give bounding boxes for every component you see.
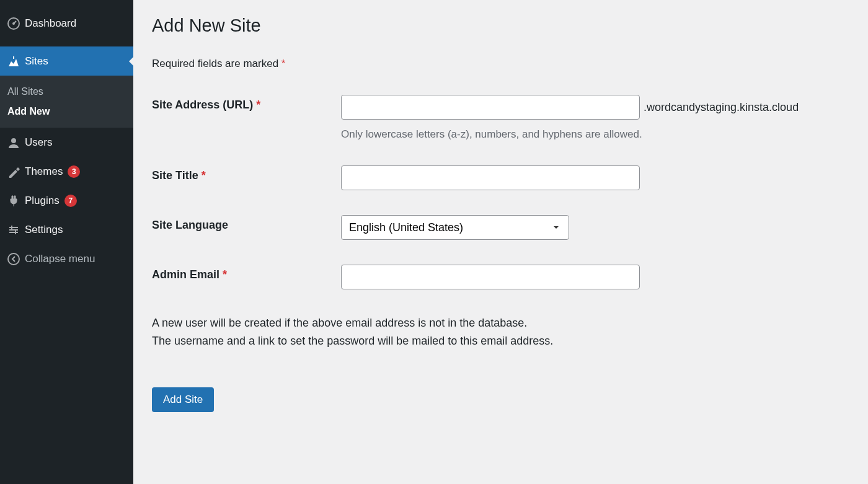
- field-site-address: .wordcandystaging.kinsta.cloud Only lowe…: [341, 95, 849, 141]
- svg-point-9: [8, 253, 19, 265]
- label-site-language: Site Language: [152, 215, 341, 232]
- label-text: Site Address (URL): [152, 99, 256, 111]
- sidebar-item-label: Dashboard: [25, 17, 76, 30]
- required-mark: *: [202, 169, 206, 182]
- svg-rect-4: [9, 227, 18, 228]
- sidebar-item-plugins[interactable]: Plugins 7: [0, 186, 133, 215]
- plugins-icon: [7, 195, 25, 207]
- sidebar-item-label: Themes: [25, 165, 63, 178]
- collapse-icon: [7, 253, 25, 265]
- sidebar-item-settings[interactable]: Settings: [0, 215, 133, 244]
- notice-line1: A new user will be created if the above …: [152, 314, 849, 332]
- dashboard-icon: [7, 17, 25, 30]
- required-mark: *: [256, 99, 260, 111]
- svg-rect-6: [9, 232, 18, 233]
- users-icon: [7, 136, 25, 149]
- required-fields-notice: Required fields are marked *: [152, 58, 849, 70]
- email-notice: A new user will be created if the above …: [152, 314, 849, 350]
- required-mark: *: [281, 58, 286, 69]
- page-title: Add New Site: [152, 15, 849, 36]
- label-site-title: Site Title *: [152, 165, 341, 182]
- sidebar-item-users[interactable]: Users: [0, 128, 133, 157]
- admin-sidebar: Dashboard Sites All Sites Add New Users …: [0, 0, 133, 484]
- svg-rect-7: [11, 226, 12, 229]
- svg-rect-5: [9, 229, 18, 231]
- label-text: Site Title: [152, 169, 202, 182]
- themes-badge: 3: [68, 165, 80, 178]
- row-site-address: Site Address (URL) * .wordcandystaging.k…: [152, 95, 849, 141]
- label-admin-email: Admin Email *: [152, 265, 341, 281]
- required-mark: *: [223, 268, 227, 281]
- required-prefix: Required fields are marked: [152, 58, 281, 69]
- label-site-address: Site Address (URL) *: [152, 95, 341, 112]
- sidebar-item-sites[interactable]: Sites: [0, 46, 133, 76]
- settings-icon: [7, 224, 25, 236]
- row-site-title: Site Title *: [152, 165, 849, 190]
- sidebar-item-dashboard[interactable]: Dashboard: [0, 0, 133, 46]
- site-title-input[interactable]: [341, 165, 640, 190]
- field-admin-email: [341, 265, 849, 289]
- themes-icon: [7, 165, 25, 178]
- sidebar-item-themes[interactable]: Themes 3: [0, 157, 133, 186]
- field-site-title: [341, 165, 849, 190]
- main-content: Add New Site Required fields are marked …: [133, 0, 868, 484]
- submenu-add-new[interactable]: Add New: [0, 102, 133, 121]
- row-site-language: Site Language English (United States): [152, 215, 849, 240]
- sites-icon: [7, 55, 25, 68]
- site-address-suffix: .wordcandystaging.kinsta.cloud: [644, 101, 799, 114]
- admin-email-input[interactable]: [341, 265, 640, 289]
- svg-point-1: [12, 22, 15, 25]
- sidebar-item-collapse[interactable]: Collapse menu: [0, 244, 133, 273]
- site-address-hint: Only lowercase letters (a-z), numbers, a…: [341, 128, 849, 141]
- site-address-input[interactable]: [341, 95, 640, 120]
- site-language-select[interactable]: English (United States): [341, 215, 569, 240]
- label-text: Admin Email: [152, 268, 223, 281]
- sidebar-item-label: Collapse menu: [25, 253, 95, 265]
- svg-point-3: [11, 138, 16, 143]
- plugins-badge: 7: [64, 195, 77, 207]
- row-admin-email: Admin Email *: [152, 265, 849, 289]
- add-site-button[interactable]: Add Site: [152, 387, 214, 412]
- svg-rect-8: [15, 231, 16, 234]
- sidebar-item-label: Sites: [25, 55, 48, 68]
- sidebar-submenu-sites: All Sites Add New: [0, 76, 133, 128]
- submenu-all-sites[interactable]: All Sites: [0, 82, 133, 102]
- sidebar-item-label: Settings: [25, 224, 63, 236]
- field-site-language: English (United States): [341, 215, 849, 240]
- sidebar-item-label: Users: [25, 136, 52, 149]
- svg-rect-2: [13, 56, 14, 59]
- sidebar-item-label: Plugins: [25, 195, 60, 207]
- notice-line2: The username and a link to set the passw…: [152, 332, 849, 350]
